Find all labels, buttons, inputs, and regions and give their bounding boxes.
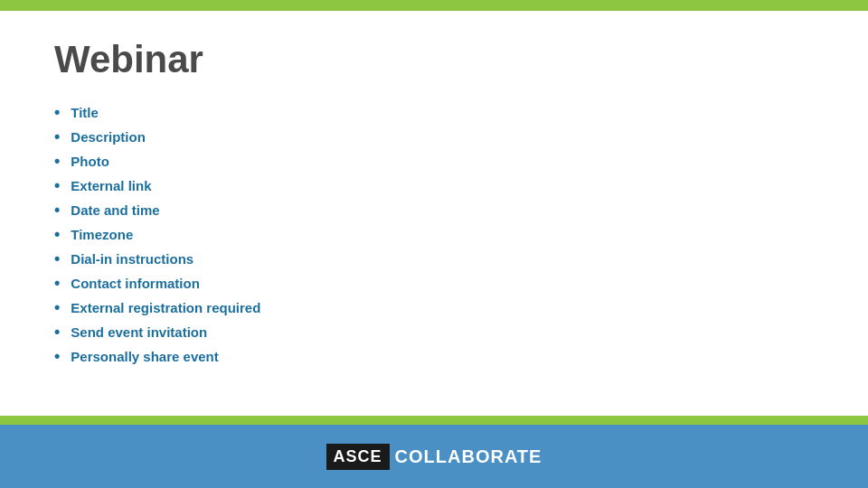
list-item: Send event invitation xyxy=(54,323,814,342)
list-item: External link xyxy=(54,176,814,195)
collaborate-label: COLLABORATE xyxy=(395,446,542,467)
footer-bar: ASCE COLLABORATE xyxy=(0,425,868,488)
list-item: Contact information xyxy=(54,274,814,293)
top-bar xyxy=(0,0,868,11)
list-item: Timezone xyxy=(54,225,814,244)
list-item: Photo xyxy=(54,152,814,171)
asce-logo: ASCE xyxy=(326,444,390,470)
bottom-green-bar xyxy=(0,416,868,425)
list-item: Dial-in instructions xyxy=(54,249,814,268)
list-item: Personally share event xyxy=(54,347,814,366)
page-title: Webinar xyxy=(54,38,814,81)
page-wrapper: Webinar TitleDescriptionPhotoExternal li… xyxy=(0,0,868,488)
list-item: Title xyxy=(54,103,814,122)
logo-container: ASCE COLLABORATE xyxy=(326,444,542,470)
bullet-list: TitleDescriptionPhotoExternal linkDate a… xyxy=(54,103,814,371)
list-item: Date and time xyxy=(54,201,814,220)
list-item: Description xyxy=(54,127,814,146)
main-content: Webinar TitleDescriptionPhotoExternal li… xyxy=(0,11,868,416)
list-item: External registration required xyxy=(54,298,814,317)
